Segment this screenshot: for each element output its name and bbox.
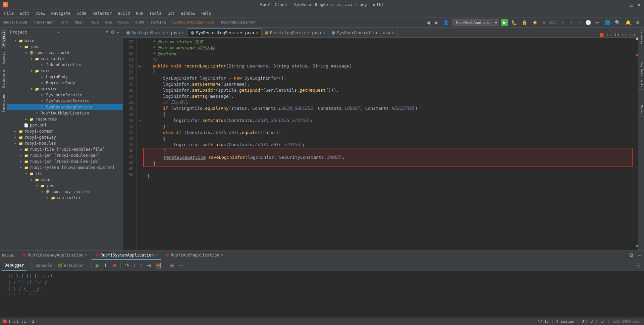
notification-btn[interactable]: 🔔: [624, 19, 632, 26]
tab-close-sysloginservice[interactable]: ✕: [182, 31, 184, 35]
side-tab-project[interactable]: Project: [1, 29, 6, 48]
git-history-btn[interactable]: 🕐: [584, 19, 592, 26]
tab-sysrecordlogservice[interactable]: SysRecordLogService.java ✕: [187, 28, 262, 37]
run-gutter-icon[interactable]: ▶: [139, 64, 141, 68]
breadcrumb-ruoyicloud[interactable]: RuoYi-Cloud: [3, 20, 27, 25]
debug-step-over-btn[interactable]: ↷: [123, 262, 130, 269]
tree-item-registerbody[interactable]: ▶ ⊙ RegisterBody: [7, 80, 123, 86]
tree-item-syspasswordservice[interactable]: ▶ ⊙ SysPasswordService: [7, 98, 123, 104]
tree-item-ruoyifile[interactable]: ▶ 📁 ruoyi-file [ruoyi-modules-file]: [7, 146, 123, 152]
debug-step-out-btn[interactable]: ↑: [139, 262, 144, 269]
debug-table-view-btn[interactable]: ⊞: [169, 262, 176, 269]
breadcrumb-main[interactable]: main: [75, 20, 84, 25]
app-selector[interactable]: RuoYiAuthApplication: [452, 19, 499, 26]
debug-resume-btn[interactable]: ▶: [94, 262, 101, 269]
tree-item-ruoyicommon[interactable]: ▶ 📁 ruoyi-common: [7, 128, 123, 134]
side-tab-commit[interactable]: Commit: [1, 49, 6, 66]
breadcrumb-sysrecordlogservice[interactable]: SysRecordLogService: [172, 20, 214, 25]
menu-run[interactable]: Run: [133, 10, 146, 16]
debug-tab-system[interactable]: 🐞 RuoYiSystemApplication ✕: [92, 251, 161, 260]
debug-run-to-cursor-btn[interactable]: ⇥: [145, 262, 152, 269]
menu-edit[interactable]: Edit: [17, 10, 32, 16]
minimize-button[interactable]: –: [622, 2, 627, 7]
breadcrumb-service[interactable]: service: [150, 20, 166, 25]
panel-collapse-all-btn[interactable]: ≡: [105, 29, 110, 35]
menu-tools[interactable]: Tools: [147, 10, 164, 16]
profile-button[interactable]: ⚡: [531, 19, 539, 26]
tree-item-service[interactable]: ▼ 📁 service: [7, 86, 123, 92]
tree-item-pomxml[interactable]: ▶ 📄 pom.xml: [7, 122, 123, 128]
run-button[interactable]: ▶: [501, 19, 508, 26]
breadcrumb-java[interactable]: java: [90, 20, 99, 25]
tree-item-main2[interactable]: ▼ 📁 main: [7, 177, 123, 183]
breadcrumb-src[interactable]: src: [62, 20, 68, 25]
git-push-btn[interactable]: ↑: [577, 19, 582, 26]
toolbar-back-btn[interactable]: ◀: [425, 19, 431, 26]
tree-item-ruoyigen[interactable]: ▶ 📁 ruoyi-gen [ruoyi-modules-gen]: [7, 152, 123, 158]
expand-btn[interactable]: ∧: [633, 33, 635, 37]
tree-item-controller2[interactable]: ▶ 📁 controller: [7, 195, 123, 201]
settings-power-btn[interactable]: ⚙: [634, 19, 641, 26]
tab-close-sysrecordlogservice[interactable]: ✕: [256, 31, 258, 35]
tree-item-comruoyiauth[interactable]: ▼ 📦 com.ruoyi.auth: [7, 50, 123, 56]
menu-code[interactable]: Code: [74, 10, 89, 16]
arrow-gutter-icon[interactable]: →: [139, 119, 141, 123]
status-warnings[interactable]: ⚠ 1: [13, 319, 19, 324]
status-info[interactable]: ℹ 1: [21, 319, 26, 324]
menu-refactor[interactable]: Refactor: [90, 10, 114, 16]
status-position[interactable]: 47:13: [538, 319, 549, 324]
code-content[interactable]: * @param status 状态 * @param message 消息内容…: [143, 38, 633, 250]
status-encoding[interactable]: UTF-8: [582, 319, 593, 324]
debug-button[interactable]: 🐛: [510, 19, 518, 26]
tree-item-ruoyisystem[interactable]: ▼ 📁 ruoyi-system [ruoyi-modules-system]: [7, 165, 123, 171]
debug-layout-btn[interactable]: ⊡: [635, 262, 642, 269]
tree-item-resources[interactable]: ▶ 📁 resources: [7, 116, 123, 122]
tree-item-ruoyijob[interactable]: ▶ 📁 ruoyi-job [ruoyi-modules-job]: [7, 158, 123, 165]
menu-help[interactable]: Help: [199, 10, 214, 16]
menu-window[interactable]: Window: [178, 10, 198, 16]
breadcrumb-ruoyiauth[interactable]: ruoyi-auth: [33, 20, 55, 25]
gutter-32[interactable]: ▶: [137, 63, 143, 69]
breadcrumb-ruoyi[interactable]: ruoyi: [118, 20, 129, 25]
subtab-actuator[interactable]: 🌿Actuator: [55, 260, 86, 271]
side-panel-maven[interactable]: Maven: [638, 103, 644, 117]
stop-button[interactable]: ■: [541, 19, 546, 26]
git-undo-btn[interactable]: ↩: [594, 19, 601, 26]
coverage-button[interactable]: 🔒: [520, 19, 529, 26]
tab-close-remotelogservice[interactable]: ✕: [323, 31, 325, 35]
side-panel-bigdata[interactable]: Big Data Tools: [638, 60, 644, 90]
gutter-41[interactable]: →: [137, 118, 143, 124]
side-tab-structure[interactable]: Structure: [1, 67, 6, 91]
close-button[interactable]: ✕: [637, 2, 641, 7]
breadcrumb-auth[interactable]: auth: [135, 20, 144, 25]
tree-item-java2[interactable]: ▼ 📁 java: [7, 183, 123, 189]
menu-view[interactable]: View: [33, 10, 48, 16]
tree-item-ruoyiauthapp[interactable]: ▶ ⊙ RuoYiAuthApplication: [7, 110, 123, 116]
tab-close-sysusercontroller[interactable]: ✕: [392, 31, 394, 35]
side-panel-database[interactable]: Database: [638, 28, 644, 46]
menu-git[interactable]: Git: [165, 10, 177, 16]
breadcrumb-com[interactable]: com: [105, 20, 112, 25]
subtab-debugger[interactable]: Debugger: [2, 260, 27, 271]
status-lineending[interactable]: LF: [600, 319, 605, 324]
debug-settings-btn[interactable]: ⚙: [628, 251, 635, 259]
search-btn[interactable]: 🔍: [613, 19, 622, 26]
debug-pause-btn[interactable]: ⏸: [102, 262, 110, 269]
tree-item-controller[interactable]: ▼ 📁 controller: [7, 56, 123, 62]
debug-evaluate-btn[interactable]: 🧮: [154, 262, 163, 269]
tab-remotelogservice[interactable]: RemoteLogService.java ✕: [262, 28, 328, 37]
tree-item-form[interactable]: ▼ 📁 form: [7, 68, 123, 74]
breadcrumb-method[interactable]: recordLogininfor: [221, 20, 256, 25]
panel-settings-btn[interactable]: ⚙: [110, 29, 116, 35]
tab-sysloginservice[interactable]: SysLoginService.java ✕: [123, 28, 187, 37]
git-check2-btn[interactable]: ✓: [568, 19, 575, 26]
status-indent[interactable]: 4 spaces: [556, 319, 574, 324]
git-check-btn[interactable]: ✓: [559, 19, 566, 26]
debug-step-into-btn[interactable]: ↓: [132, 262, 137, 269]
status-checks[interactable]: ✓ 2: [29, 319, 34, 324]
maximize-button[interactable]: □: [629, 2, 634, 7]
tree-item-ruoyigateway[interactable]: ▶ 📁 ruoyi-gateway: [7, 134, 123, 140]
tree-item-src[interactable]: ▼ 📁 src: [7, 171, 123, 177]
tree-item-sysloginservice[interactable]: ▶ ⊙ SysLoginService: [7, 92, 123, 98]
subtab-console[interactable]: ⬛Console: [27, 260, 55, 271]
